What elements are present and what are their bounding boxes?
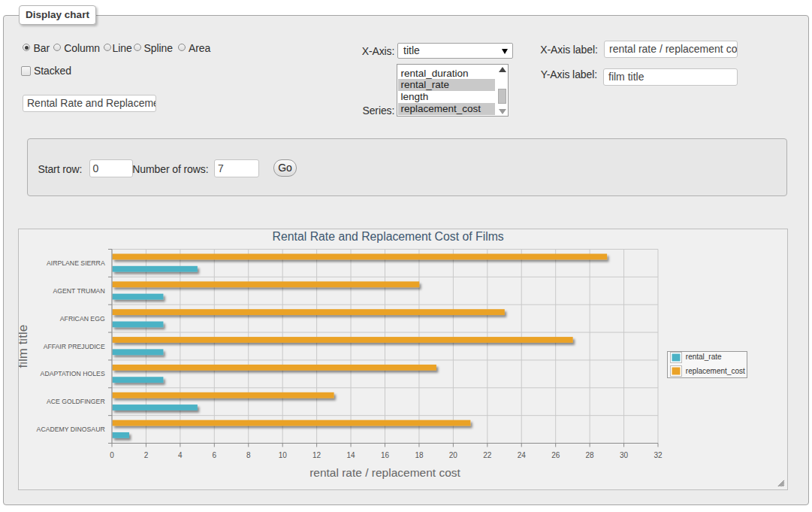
svg-text:16: 16 (381, 451, 390, 459)
svg-text:10: 10 (279, 451, 288, 459)
svg-text:30: 30 (620, 451, 629, 459)
svg-text:14: 14 (347, 451, 356, 459)
svg-text:AGENT TRUMAN: AGENT TRUMAN (53, 287, 105, 295)
svg-text:ADAPTATION HOLES: ADAPTATION HOLES (41, 370, 105, 377)
svg-text:12: 12 (312, 451, 321, 459)
svg-text:film title: film title (19, 325, 30, 368)
svg-text:26: 26 (551, 451, 560, 459)
svg-text:32: 32 (654, 451, 663, 459)
svg-text:4: 4 (178, 451, 183, 459)
svg-text:AFFAIR PREJUDICE: AFFAIR PREJUDICE (44, 343, 105, 350)
svg-text:rental rate / replacement cost: rental rate / replacement cost (309, 466, 460, 479)
svg-text:0: 0 (110, 451, 114, 459)
svg-text:20: 20 (449, 451, 458, 459)
svg-text:AIRPLANE SIERRA: AIRPLANE SIERRA (47, 259, 105, 267)
svg-text:18: 18 (415, 451, 424, 459)
svg-text:rental_rate: rental_rate (686, 353, 722, 361)
svg-text:ACADEMY DINOSAUR: ACADEMY DINOSAUR (37, 426, 105, 433)
svg-text:ACE GOLDFINGER: ACE GOLDFINGER (47, 398, 105, 405)
svg-text:AFRICAN EGG: AFRICAN EGG (60, 315, 105, 323)
svg-text:2: 2 (144, 451, 149, 459)
svg-text:24: 24 (518, 451, 527, 459)
svg-text:28: 28 (586, 451, 595, 459)
svg-text:22: 22 (483, 451, 492, 459)
svg-text:Rental Rate and Replacement Co: Rental Rate and Replacement Cost of Film… (273, 230, 504, 243)
svg-text:8: 8 (246, 451, 251, 459)
svg-text:replacement_cost: replacement_cost (686, 367, 745, 375)
svg-text:6: 6 (213, 451, 217, 459)
